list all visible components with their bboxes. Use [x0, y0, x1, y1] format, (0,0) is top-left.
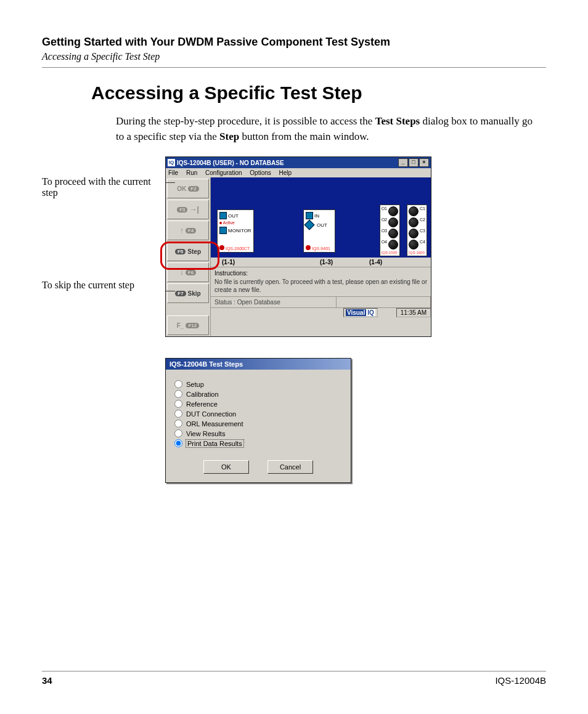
menu-configuration[interactable]: Configuration	[205, 169, 242, 176]
opt-dut-connection[interactable]: DUT Connection	[174, 410, 342, 418]
body-bold-step: Step	[219, 131, 239, 142]
status-text: Status : Open Database	[211, 297, 337, 307]
next-button[interactable]: F3 →|	[167, 200, 209, 219]
connector-icon	[219, 227, 227, 234]
f-blank-label: F_	[177, 322, 184, 329]
f-blank-button[interactable]: F_ F12	[167, 315, 209, 335]
dialog-ok-button[interactable]: OK	[203, 460, 249, 474]
opt-reference-label: Reference	[186, 400, 218, 408]
visual-iq-logo: VisualIQ	[343, 308, 378, 317]
body-paragraph: During the step-by-step procedure, it is…	[116, 114, 540, 144]
test-steps-dialog: IQS-12004B Test Steps Setup Calibration …	[165, 358, 351, 483]
maximize-button[interactable]: □	[409, 158, 419, 167]
f7-key-icon: F7	[175, 291, 186, 296]
knob-icon	[388, 229, 398, 238]
connector-icon	[306, 212, 313, 219]
callout-proceed: To proceed with the current step	[42, 176, 165, 198]
slot-1-4: (1-4)	[369, 259, 431, 266]
instructions-panel: Instructions: No file is currently open.…	[211, 267, 431, 296]
skip-label: Skip	[188, 290, 201, 297]
knob-icon	[409, 217, 419, 227]
module-1600[interactable]: C1 C2 C3 C4 IQS-1600	[407, 205, 427, 256]
module2-in: IN	[314, 213, 319, 219]
ok-button[interactable]: OK F2	[167, 179, 209, 198]
active-led-icon	[219, 222, 222, 224]
dialog-cancel-button[interactable]: Cancel	[267, 460, 313, 474]
menu-run[interactable]: Run	[186, 169, 197, 176]
slot-1-1: (1-1)	[211, 259, 284, 266]
opt-orl-label: ORL Measurement	[186, 420, 243, 428]
opt-setup-label: Setup	[186, 381, 204, 388]
arrow-down-icon: ↓	[180, 268, 184, 277]
close-button[interactable]: ×	[419, 158, 429, 167]
app-window: IQ IQS-12004B (USER) - NO DATABASE _□× F…	[165, 156, 431, 337]
page-heading: Accessing a Specific Test Step	[91, 83, 546, 103]
opt-print-label: Print Data Results	[186, 440, 243, 447]
app-icon: IQ	[168, 159, 175, 166]
module-1500[interactable]: O1 O2 O3 O4 IQS-1500	[380, 205, 400, 256]
app-title: IQS-12004B (USER) - NO DATABASE	[177, 160, 284, 166]
header-rule	[42, 67, 546, 68]
menu-file[interactable]: File	[168, 169, 178, 176]
module-9401[interactable]: IN OUT IQS-9401	[303, 209, 335, 253]
callout-line-proceed	[165, 182, 175, 183]
ok-label: OK	[177, 185, 186, 192]
minimize-button[interactable]: _	[398, 158, 408, 167]
led-icon	[219, 245, 224, 250]
knob-icon	[409, 206, 419, 216]
menubar: File Run Configuration Options Help	[166, 168, 431, 177]
side-button-column: OK F2 F3 →| ↑ F4 F5 Step	[166, 177, 211, 336]
f12-key-icon: F12	[186, 323, 199, 328]
module-2600ct[interactable]: OUT Active MONITOR IQS-2600CT	[217, 209, 254, 253]
o4: O4	[382, 240, 387, 249]
arrow-up-icon: ↑	[180, 226, 184, 235]
knob-icon	[409, 240, 419, 249]
running-subtitle: Accessing a Specific Test Step	[42, 51, 546, 62]
knob-icon	[388, 217, 398, 227]
opt-orl-measurement[interactable]: ORL Measurement	[174, 420, 342, 428]
step-button[interactable]: F5 Step	[167, 241, 209, 261]
instructions-text: No file is currently open. To proceed wi…	[214, 278, 427, 294]
opt-view-results[interactable]: View Results	[174, 429, 342, 437]
page-number: 34	[42, 675, 52, 686]
o1: O1	[382, 206, 387, 216]
module-1600-foot: IQS-1600	[409, 251, 425, 254]
connector-diamond-icon	[304, 220, 315, 230]
menu-options[interactable]: Options	[250, 169, 271, 176]
brand-iq: IQ	[366, 309, 375, 316]
slot-1-3: (1-3)	[284, 259, 369, 266]
module2-out: OUT	[317, 222, 327, 228]
down-button[interactable]: ↓ F6	[167, 262, 209, 282]
module1-active: Active	[223, 221, 235, 225]
body-text-a: During the step-by-step procedure, it is…	[116, 115, 375, 127]
opt-dut-label: DUT Connection	[186, 410, 236, 418]
callout-skip: To skip the current step	[42, 280, 165, 291]
opt-setup[interactable]: Setup	[174, 380, 342, 388]
module1-monitor: MONITOR	[228, 228, 251, 233]
up-button[interactable]: ↑ F4	[167, 221, 209, 240]
status-bar: Status : Open Database	[211, 296, 431, 307]
knob-icon	[409, 229, 419, 238]
opt-print-data-results[interactable]: Print Data Results	[174, 439, 342, 447]
app-titlebar: IQ IQS-12004B (USER) - NO DATABASE _□×	[166, 157, 431, 168]
opt-calibration[interactable]: Calibration	[174, 390, 342, 398]
window-controls: _□×	[398, 158, 429, 167]
clock: 11:35 AM	[396, 308, 431, 317]
module2-foot: IQS-9401	[312, 246, 330, 251]
connector-icon	[219, 212, 227, 219]
c4: C4	[420, 240, 425, 249]
knob-icon	[388, 240, 398, 249]
dialog-title: IQS-12004B Test Steps	[166, 359, 351, 370]
body-bold-test-steps: Test Steps	[375, 115, 420, 127]
menu-help[interactable]: Help	[279, 169, 292, 176]
f2-key-icon: F2	[188, 186, 198, 192]
opt-calibration-label: Calibration	[186, 391, 219, 398]
module1-foot: IQS-2600CT	[226, 246, 250, 251]
skip-button[interactable]: F7 Skip	[167, 283, 209, 303]
step-label: Step	[187, 248, 201, 255]
module-1500-foot: IQS-1500	[382, 251, 398, 254]
opt-reference[interactable]: Reference	[174, 400, 342, 408]
arrow-right-icon: →|	[189, 205, 198, 214]
module-canvas: OUT Active MONITOR IQS-2600CT IN OUT IQS…	[211, 177, 431, 258]
footer-model: IQS-12004B	[495, 675, 546, 686]
